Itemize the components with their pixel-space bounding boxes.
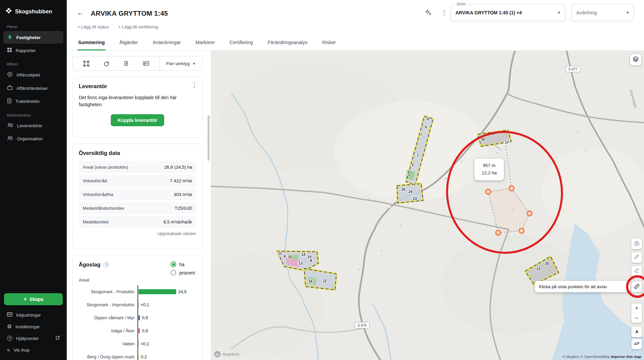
street-name-label: Edanevägen <box>629 89 638 109</box>
camera-icon <box>634 240 640 247</box>
pitch-toggle-button[interactable] <box>631 339 642 349</box>
attribution-text: © Mapbox © OpenStreetMap <box>563 355 610 359</box>
navigation-arrow-icon <box>634 329 640 336</box>
zoom-controls: + − <box>631 304 642 323</box>
layers-button[interactable] <box>630 54 641 65</box>
measure-vertex[interactable] <box>519 228 524 233</box>
back-button[interactable]: ← <box>77 8 84 17</box>
target-icon <box>7 71 13 78</box>
agoslag-card: Ägoslag ? ha procent Areal Skogsmark - P… <box>72 255 203 360</box>
bar <box>138 315 140 320</box>
sidebar-item-inbjudningar[interactable]: Inbjudningar <box>3 309 63 321</box>
chart-row: Vatten<0,1 <box>79 337 196 350</box>
chart-row: Öppen våtmark / Myr0,9 <box>79 311 196 324</box>
panel-scrollbar[interactable] <box>208 115 210 161</box>
chart-row: Berg / Övrig öppen mark0,2 <box>79 350 196 360</box>
overview-row: Areal (varav produktiv)26,9 (24,5) ha <box>79 161 196 173</box>
zoom-in-button[interactable]: + <box>631 304 642 313</box>
erase-button[interactable] <box>631 266 642 277</box>
map-attribution: © Mapbox © OpenStreetMap Improve this ma… <box>563 355 641 359</box>
sidebar-item-label: Affärshändelser <box>16 86 48 91</box>
create-button[interactable]: + Skapa <box>4 293 63 305</box>
chart-axis-label: Areal <box>79 278 196 283</box>
sidebar-item-label: Vik ihop <box>14 348 30 353</box>
tab-anteckningar[interactable]: Anteckningar <box>152 35 182 50</box>
tab-forandringsanalys[interactable]: Förändringsanalys <box>267 35 308 50</box>
sidebar-item-installningar[interactable]: ⚙ Inställningar <box>3 321 63 332</box>
tab-atgarder[interactable]: Åtgärder <box>119 35 139 50</box>
summary-panel: Fler verktyg ▼ Leverantör ⋮ Det finns in… <box>67 51 211 360</box>
sidebar-item-vik-ihop[interactable]: « Vik ihop <box>3 344 63 356</box>
radio-procent[interactable]: procent <box>171 270 195 276</box>
locate-button[interactable] <box>631 327 642 337</box>
parcel-number: 4 <box>427 117 429 121</box>
radio-label: procent <box>179 270 195 276</box>
sparkles-icon[interactable] <box>424 9 432 17</box>
help-icon: ? <box>7 336 12 341</box>
sidebar-item-hjalpcenter[interactable]: ? Hjälpcenter <box>3 333 63 344</box>
parcel-number: 23 <box>413 197 417 201</box>
sidebar-item-rapporter[interactable]: Rapporter <box>3 44 63 56</box>
parcel-number: 20 <box>545 261 549 265</box>
measured-area: 12,2 ha <box>474 169 504 177</box>
users-icon <box>7 123 13 129</box>
skifte-label: Skifte <box>455 2 467 6</box>
measure-vertex[interactable] <box>527 211 532 216</box>
radio-ha[interactable]: ha <box>171 261 195 267</box>
bar <box>138 328 140 333</box>
chevron-down-icon: ▼ <box>557 4 561 21</box>
radio-label: ha <box>179 262 185 267</box>
measure-button[interactable] <box>631 282 642 292</box>
tree-icon <box>7 34 13 41</box>
parcel-number: 1 <box>417 153 419 157</box>
sidebar-item-label: Affärsobjekt <box>16 72 40 77</box>
map-screenshot-button[interactable] <box>631 238 642 249</box>
header-menu-icon[interactable]: ⋮ <box>441 9 447 16</box>
more-tools-dropdown[interactable]: Fler verktyg ▼ <box>159 56 202 70</box>
sidebar-item-leverantorer[interactable]: Leverantörer <box>3 120 63 132</box>
draw-button[interactable] <box>631 252 642 263</box>
tab-summering[interactable]: Summering <box>77 35 105 50</box>
sidebar-item-label: Inställningar <box>15 324 40 329</box>
sidebar-item-fastigheter[interactable]: Fastigheter <box>3 31 63 44</box>
map-canvas[interactable]: S 677 S 676 Edanevägen <box>211 51 644 360</box>
mapbox-logo[interactable]: m mapbox <box>214 351 240 357</box>
sidebar-item-traktdirektiv[interactable]: Traktdirektiv <box>3 95 63 108</box>
help-icon[interactable]: ? <box>103 262 109 267</box>
ruler-icon <box>633 283 640 291</box>
unit-radio-group: ha procent <box>171 261 195 276</box>
file-button[interactable] <box>120 58 132 69</box>
tab-certifiering[interactable]: Certifiering <box>229 35 254 50</box>
tab-markorer[interactable]: Markörer <box>195 35 216 50</box>
measure-vertex[interactable] <box>486 189 491 194</box>
tab-risker[interactable]: Risker <box>321 35 336 50</box>
overview-card-title: Översiktlig data <box>79 150 196 156</box>
zoom-out-button[interactable]: − <box>631 313 642 323</box>
measure-vertex[interactable] <box>509 186 514 191</box>
skifte-select[interactable]: Skifte ARVIKA GRYTTOM 1:45 (1) +4 ▼ <box>450 4 565 21</box>
sidebar-item-affarshandelser[interactable]: Affärshändelser <box>3 82 63 95</box>
measure-vertex[interactable] <box>496 230 501 235</box>
add-status-link[interactable]: + Lägg till status <box>77 24 109 29</box>
logo[interactable]: Skogshubben <box>0 0 67 19</box>
app-name: Skogshubben <box>15 8 52 15</box>
sync-button[interactable] <box>100 58 112 69</box>
avdelning-select[interactable]: Avdelning ▼ <box>571 4 634 21</box>
connect-supplier-button[interactable]: Koppla leverantör <box>111 114 164 126</box>
improve-map-link[interactable]: Improve this map <box>611 355 641 359</box>
section-label-affarer: Affärer <box>7 62 60 66</box>
briefcase-icon <box>7 85 13 92</box>
supplier-empty-text: Det finns inga leverantörer kopplade til… <box>79 94 196 108</box>
supplier-menu-icon[interactable]: ⋮ <box>191 81 198 89</box>
contact-card-button[interactable] <box>140 58 152 69</box>
sidebar-item-label: Hjälpcenter <box>16 336 39 341</box>
sidebar-item-organisation[interactable]: Organisation <box>3 133 63 145</box>
draw-polygon-button[interactable] <box>80 58 92 69</box>
parcel-number: 17 <box>505 140 509 144</box>
add-certification-link[interactable]: + Lägg till certifiering <box>118 24 158 29</box>
parcel-number: 13 <box>299 261 303 265</box>
chart-row: Inäga / Åker0,9 <box>79 324 196 337</box>
measurement-tooltip: 957 m 12,2 ha <box>474 159 504 180</box>
sidebar-item-affarsobjekt[interactable]: Affärsobjekt <box>3 68 63 81</box>
sidebar-item-label: Rapporter <box>16 48 36 53</box>
